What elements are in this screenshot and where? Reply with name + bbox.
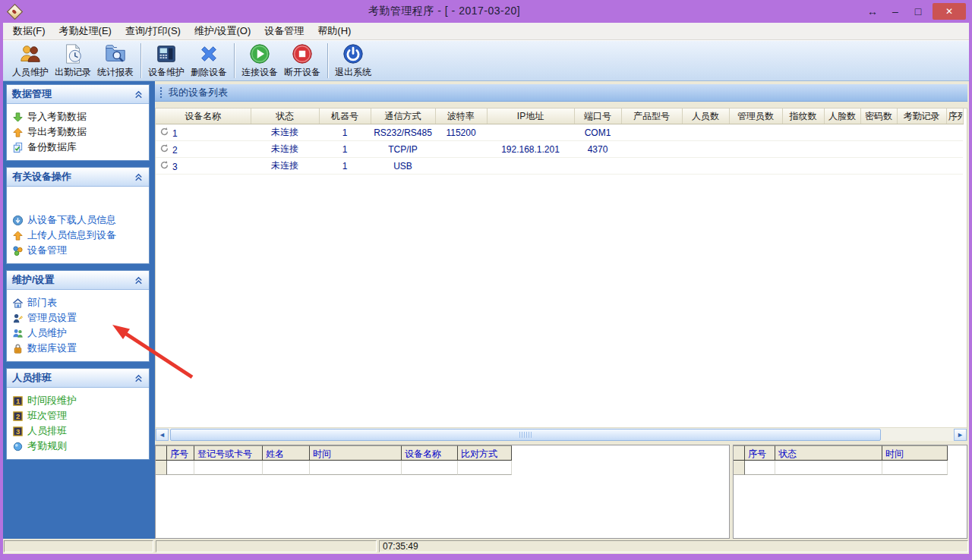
toolbar-button-statistics-report[interactable]: 统计报表 xyxy=(94,41,137,80)
column-header-11[interactable]: 指纹数 xyxy=(782,109,824,124)
device-cell: 未连接 xyxy=(251,124,319,141)
device-cell xyxy=(782,124,824,141)
device-cell: 4370 xyxy=(574,141,621,158)
chevron-double-up-icon[interactable] xyxy=(134,275,144,285)
grid-empty-cell xyxy=(402,461,458,475)
device-list-panel-header: 我的设备列表 xyxy=(155,84,967,102)
section-header-device-operations[interactable]: 有关设备操作 xyxy=(7,168,149,187)
menubar: 数据(F)考勤处理(E)查询/打印(S)维护/设置(O)设备管理帮助(H) xyxy=(3,23,969,40)
column-header-12[interactable]: 人脸数 xyxy=(824,109,860,124)
section-body: 部门表管理员设置人员维护数据库设置 xyxy=(7,290,149,361)
column-header-7[interactable]: 端口号 xyxy=(574,109,621,124)
grid-column-header: 序号 xyxy=(167,445,194,461)
device-row[interactable]: 1未连接1RS232/RS485115200COM1 xyxy=(156,124,963,141)
toolbar-button-delete-device[interactable]: 删除设备 xyxy=(188,41,230,80)
column-header-13[interactable]: 密码数 xyxy=(860,109,897,124)
column-header-15[interactable]: 序列号 xyxy=(946,109,963,124)
device-cell xyxy=(621,141,682,158)
grid-empty-cell xyxy=(745,461,775,475)
column-header-4[interactable]: 通信方式 xyxy=(371,109,435,124)
chevron-double-up-icon[interactable] xyxy=(134,373,144,383)
attendance-rule-icon xyxy=(12,441,24,452)
close-button[interactable]: ✕ xyxy=(933,3,966,20)
column-header-10[interactable]: 管理员数 xyxy=(729,109,782,124)
column-header-5[interactable]: 波特率 xyxy=(435,109,487,124)
sidebar-item-device-manage[interactable]: 设备管理 xyxy=(12,243,145,258)
device-cell xyxy=(946,141,963,158)
device-name-cell: 2 xyxy=(156,141,251,158)
device-cell xyxy=(897,141,946,158)
column-header-9[interactable]: 人员数 xyxy=(682,109,729,124)
menu-item-maintenance-settings[interactable]: 维护/设置(O) xyxy=(188,22,257,40)
device-row-icon xyxy=(159,143,172,153)
column-header-14[interactable]: 考勤记录 xyxy=(897,109,946,124)
sidebar-item-timeslot-maintain[interactable]: 1时间段维护 xyxy=(12,393,145,408)
device-cell xyxy=(574,158,621,175)
content-area: 数据管理导入考勤数据导出考勤数据备份数据库有关设备操作从设备下载人员信息上传人员… xyxy=(3,81,969,539)
grid-column-header: 状态 xyxy=(775,445,882,461)
sidebar-section-device-operations: 有关设备操作从设备下载人员信息上传人员信息到设备设备管理 xyxy=(6,167,150,264)
chevron-double-up-icon[interactable] xyxy=(134,90,144,99)
column-header-8[interactable]: 产品型号 xyxy=(621,109,682,124)
connect-device-icon xyxy=(248,42,271,65)
scrollbar-track[interactable] xyxy=(169,429,954,441)
toolbar-button-device-maintenance[interactable]: 设备维护 xyxy=(145,41,188,80)
chevron-double-up-icon[interactable] xyxy=(134,172,144,182)
timeslot-maintain-icon: 1 xyxy=(12,395,24,407)
menu-item-help[interactable]: 帮助(H) xyxy=(311,22,358,40)
device-cell xyxy=(897,124,946,141)
toolbar-button-attendance-records[interactable]: 出勤记录 xyxy=(52,41,94,80)
device-cell: 192.168.1.201 xyxy=(487,141,574,158)
sidebar-item-shift-management[interactable]: 2班次管理 xyxy=(12,408,145,423)
sidebar-item-staff-schedule[interactable]: 3人员排班 xyxy=(12,423,145,439)
svg-text:2: 2 xyxy=(16,413,20,420)
section-header-data-management[interactable]: 数据管理 xyxy=(7,85,149,104)
bottom-grids-row: 序号登记号或卡号姓名时间设备名称比对方式 序号状态时间 xyxy=(155,445,967,539)
column-header-2[interactable]: 状态 xyxy=(251,109,319,124)
section-header-staff-scheduling[interactable]: 人员排班 xyxy=(7,369,149,388)
toolbar-button-disconnect-device[interactable]: 断开设备 xyxy=(281,41,323,80)
horizontal-scrollbar[interactable]: ◄ ► xyxy=(156,427,967,441)
menu-item-data[interactable]: 数据(F) xyxy=(6,22,52,40)
menu-item-query-print[interactable]: 查询/打印(S) xyxy=(118,22,188,40)
scroll-right-arrow-icon[interactable]: ► xyxy=(954,429,967,441)
toolbar-separator xyxy=(327,43,328,78)
status-panel-middle xyxy=(156,540,377,552)
sidebar-item-staff-maintain[interactable]: 人员维护 xyxy=(12,326,145,341)
device-name-cell: 3 xyxy=(156,158,251,175)
sidebar-item-attendance-rule[interactable]: 考勤规则 xyxy=(12,439,145,454)
toolbar-button-staff-maintenance[interactable]: 人员维护 xyxy=(9,41,52,80)
sidebar-item-backup-database[interactable]: 备份数据库 xyxy=(12,140,145,155)
menu-item-attendance-processing[interactable]: 考勤处理(E) xyxy=(52,22,118,40)
sidebar-item-database-settings[interactable]: 数据库设置 xyxy=(12,341,145,356)
section-header-maintenance-setup[interactable]: 维护/设置 xyxy=(7,271,149,290)
grid-column-header: 姓名 xyxy=(263,445,310,461)
window-title: 考勤管理程序 - [ - 2017-03-20] xyxy=(27,5,861,18)
sidebar-item-admin-settings[interactable]: 管理员设置 xyxy=(12,310,145,326)
toolbar-button-exit-system[interactable]: 退出系统 xyxy=(332,41,374,80)
sidebar-item-department-table[interactable]: 部门表 xyxy=(12,295,145,310)
resize-toggle-button[interactable]: ↔ xyxy=(861,3,884,20)
toolbar-button-label: 断开设备 xyxy=(284,66,320,79)
sidebar-item-upload-staff-info[interactable]: 上传人员信息到设备 xyxy=(12,228,145,243)
sidebar-item-download-staff-info[interactable]: 从设备下载人员信息 xyxy=(12,212,145,228)
maximize-button[interactable]: □ xyxy=(907,3,929,20)
scrollbar-thumb[interactable] xyxy=(170,429,881,441)
scroll-left-arrow-icon[interactable]: ◄ xyxy=(156,429,169,441)
toolbar-button-connect-device[interactable]: 连接设备 xyxy=(238,41,281,80)
column-header-6[interactable]: IP地址 xyxy=(487,109,574,124)
column-header-1[interactable]: 设备名称 xyxy=(156,109,251,124)
device-row[interactable]: 2未连接1TCP/IP192.168.1.2014370 xyxy=(156,141,963,158)
device-cell xyxy=(729,141,782,158)
sidebar-item-export-data[interactable]: 导出考勤数据 xyxy=(12,124,145,140)
menu-item-device-management[interactable]: 设备管理 xyxy=(257,22,311,40)
column-header-3[interactable]: 机器号 xyxy=(319,109,371,124)
realtime-records-grid: 序号登记号或卡号姓名时间设备名称比对方式 xyxy=(155,445,730,539)
sidebar-item-label: 导出考勤数据 xyxy=(27,125,87,139)
app-logo-icon xyxy=(6,3,23,20)
minimize-button[interactable]: – xyxy=(884,3,907,20)
sidebar-item-import-data[interactable]: 导入考勤数据 xyxy=(12,109,145,124)
device-row[interactable]: 3未连接1USB xyxy=(156,158,963,175)
disconnect-device-icon xyxy=(291,42,314,65)
attendance-records-icon xyxy=(62,42,84,65)
